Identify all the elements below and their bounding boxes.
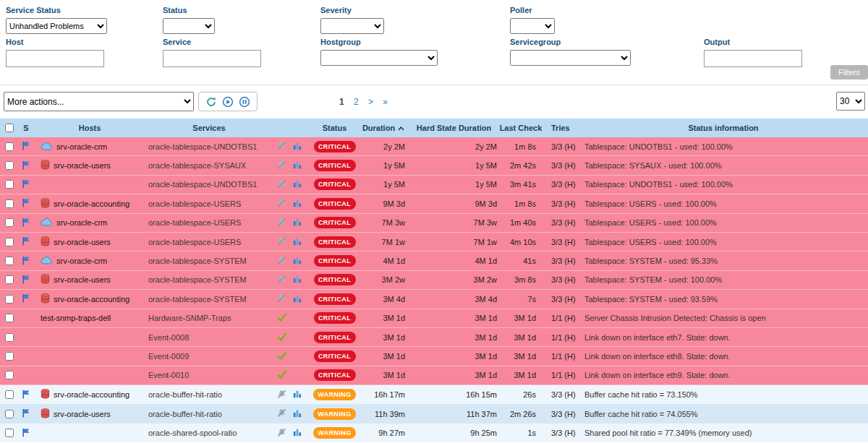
service-link[interactable]: Event-0010 — [148, 371, 189, 379]
toolbar: More actions... 1 2 > » 30 — [0, 85, 868, 119]
service-link[interactable]: Event-0009 — [148, 352, 189, 361]
host-link[interactable]: srv-oracle-users — [54, 275, 111, 284]
service-link[interactable]: oracle-tablespace-USERS — [148, 199, 241, 208]
notifications-off-icon — [277, 160, 286, 171]
filters-button[interactable]: Filters — [830, 65, 868, 79]
row-checkbox[interactable] — [5, 142, 14, 151]
page-button-1[interactable]: 1 — [339, 97, 344, 107]
service-link[interactable]: oracle-tablespace-SYSAUX — [148, 161, 246, 170]
row-checkbox[interactable] — [5, 314, 14, 322]
service-link[interactable]: oracle-tablespace-UNDOTBS1 — [148, 180, 257, 189]
page-last-button[interactable]: » — [383, 97, 388, 107]
chart-icon[interactable] — [293, 142, 302, 152]
select-all-checkbox[interactable] — [5, 124, 14, 132]
chart-icon[interactable] — [293, 179, 302, 189]
chart-icon[interactable] — [293, 409, 302, 419]
page-button-2[interactable]: 2 — [354, 97, 359, 107]
row-checkbox[interactable] — [5, 161, 14, 170]
notifications-off-icon — [277, 218, 286, 228]
status-select[interactable] — [163, 18, 215, 34]
host-link[interactable]: srv-oracle-users — [54, 161, 111, 170]
service-link[interactable]: oracle-buffer-hit-ratio — [148, 390, 222, 399]
service-link[interactable]: oracle-tablespace-SYSTEM — [148, 295, 247, 304]
column-header-duration[interactable]: Duration — [358, 119, 409, 137]
more-actions-select[interactable]: More actions... — [4, 92, 194, 111]
host-link[interactable]: srv-oracle-accounting — [54, 390, 129, 399]
severity-select[interactable] — [320, 18, 384, 34]
row-checkbox[interactable] — [5, 295, 14, 304]
chart-icon[interactable] — [293, 237, 302, 247]
row-checkbox[interactable] — [5, 257, 14, 265]
table-row: srv-oracle-users oracle-tablespace-USERS… — [0, 233, 868, 251]
column-header-status-information[interactable]: Status information — [579, 119, 868, 137]
poller-select[interactable] — [510, 18, 555, 34]
chart-icon[interactable] — [293, 256, 302, 266]
hostgroup-select[interactable] — [320, 50, 438, 66]
service-input[interactable] — [163, 50, 261, 67]
duration-value: 3M 4d — [358, 290, 409, 308]
column-header-s[interactable]: S — [17, 119, 35, 137]
service-link[interactable]: oracle-shared-spool-ratio — [148, 429, 237, 437]
service-link[interactable]: oracle-tablespace-UNDOTBS1 — [148, 142, 257, 151]
duration-value: 4M 1d — [358, 251, 409, 270]
host-link[interactable]: srv-oracle-users — [54, 410, 111, 418]
chart-icon[interactable] — [293, 390, 302, 400]
last-check-value: 3M 1d — [499, 328, 542, 346]
tries-value: 3/3 (H) — [542, 290, 579, 308]
row-checkbox[interactable] — [5, 371, 14, 379]
host-link[interactable]: srv-oracle-crm — [56, 142, 107, 151]
column-header-status[interactable]: Status — [311, 119, 358, 137]
host-link[interactable]: srv-oracle-accounting — [54, 295, 129, 304]
service-link[interactable]: Event-0008 — [148, 333, 189, 342]
hard-state-duration-value: 3M 4d — [409, 290, 499, 308]
status-information-value: Tablespace: SYSTEM - used: 93.59% — [579, 290, 868, 308]
chart-icon[interactable] — [293, 218, 302, 228]
service-link[interactable]: Hardware-SNMP-Traps — [148, 314, 231, 322]
host-link[interactable]: srv-oracle-accounting — [54, 199, 129, 208]
service-link[interactable]: oracle-tablespace-SYSTEM — [148, 257, 247, 265]
service-link[interactable]: oracle-tablespace-SYSTEM — [148, 275, 247, 284]
host-link[interactable]: srv-oracle-crm — [56, 257, 107, 265]
page-next-button[interactable]: > — [368, 97, 373, 107]
chart-icon[interactable] — [293, 428, 302, 438]
hard-state-duration-value: 7M 3w — [409, 214, 499, 232]
host-link[interactable]: test-snmp-traps-dell — [41, 314, 111, 322]
last-check-value: 26s — [499, 385, 542, 404]
row-checkbox[interactable] — [5, 218, 14, 227]
chart-icon[interactable] — [293, 294, 302, 304]
servicegroup-select[interactable] — [510, 50, 631, 66]
table-body: srv-oracle-crm oracle-tablespace-UNDOTBS… — [0, 137, 868, 442]
status-badge: CRITICAL — [314, 255, 356, 267]
service-link[interactable]: oracle-tablespace-USERS — [148, 218, 241, 227]
row-checkbox[interactable] — [5, 429, 14, 437]
passive-check-icon — [277, 370, 287, 380]
row-checkbox[interactable] — [5, 238, 14, 246]
chart-icon[interactable] — [293, 160, 302, 171]
chart-icon[interactable] — [293, 275, 302, 285]
row-checkbox[interactable] — [5, 333, 14, 342]
column-header-hard-state-duration[interactable]: Hard State Duration — [409, 119, 499, 137]
row-checkbox[interactable] — [5, 390, 14, 399]
output-input[interactable] — [704, 50, 802, 67]
host-input[interactable] — [6, 50, 104, 67]
service-link[interactable]: oracle-tablespace-USERS — [148, 238, 241, 246]
row-checkbox[interactable] — [5, 352, 14, 361]
duration-value: 3M 1d — [358, 328, 409, 346]
last-check-value: 3M 1d — [499, 347, 542, 365]
row-checkbox[interactable] — [5, 180, 14, 189]
service-link[interactable]: oracle-buffer-hit-ratio — [148, 410, 222, 418]
row-checkbox[interactable] — [5, 275, 14, 284]
host-link[interactable]: srv-oracle-users — [54, 238, 111, 246]
column-header-last-check[interactable]: Last Check — [499, 119, 542, 137]
row-checkbox[interactable] — [5, 199, 14, 208]
chart-icon[interactable] — [293, 199, 302, 209]
column-header-hosts[interactable]: Hosts — [35, 119, 145, 137]
page-size-select[interactable]: 30 — [836, 92, 865, 111]
row-checkbox[interactable] — [5, 410, 14, 418]
service-status-select[interactable]: Unhandled Problems — [6, 18, 107, 34]
duration-value: 2y 2M — [358, 137, 409, 155]
host-link[interactable]: srv-oracle-crm — [56, 218, 107, 227]
column-header-tries[interactable]: Tries — [542, 119, 579, 137]
column-header-services[interactable]: Services — [145, 119, 273, 137]
hard-state-duration-value: 1y 5M — [409, 176, 499, 194]
